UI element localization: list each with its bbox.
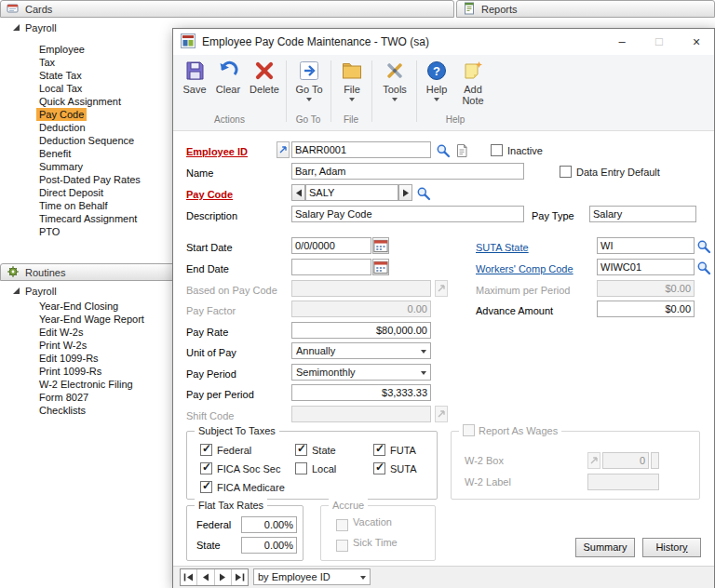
report-as-wages-legend: Report As Wages: [459, 424, 561, 437]
sidebar-item-time-on-behalf[interactable]: Time on Behalf: [39, 199, 108, 212]
local-tax-checkbox[interactable]: [295, 462, 307, 474]
minimize-button[interactable]: –: [606, 29, 638, 55]
inactive-checkbox[interactable]: [491, 144, 503, 156]
tree-expander-icon[interactable]: [13, 24, 20, 31]
sidebar-item-w2-electronic-filing[interactable]: W-2 Electronic Filing: [39, 378, 133, 391]
employee-id-lookup-button[interactable]: [435, 142, 451, 158]
history-button[interactable]: History: [642, 538, 701, 557]
tree-expander-icon[interactable]: [13, 287, 20, 294]
reports-panel-header[interactable]: Reports: [456, 0, 715, 18]
pay-code-label: Pay Code: [186, 186, 233, 203]
summary-button[interactable]: Summary: [575, 538, 635, 557]
end-date-calendar-button[interactable]: [372, 259, 389, 275]
based-on-pay-code-label: Based on Pay Code: [186, 282, 277, 299]
file-button[interactable]: File: [335, 60, 369, 101]
reports-icon: [463, 2, 476, 17]
sidebar-item-direct-deposit[interactable]: Direct Deposit: [39, 186, 103, 199]
unit-of-pay-dropdown[interactable]: Annually: [291, 342, 431, 359]
pay-code-browse-prev-button[interactable]: [291, 184, 305, 201]
start-date-calendar-button[interactable]: [372, 237, 389, 254]
advance-amount-label: Advance Amount: [476, 302, 553, 319]
sidebar-item-employee[interactable]: Employee: [39, 43, 85, 56]
pay-code-lookup-button[interactable]: [415, 185, 431, 201]
sidebar-item-year-end-closing[interactable]: Year-End Closing: [39, 300, 118, 313]
pay-type-value: Salary: [589, 206, 696, 222]
federal-tax-checkbox[interactable]: [200, 444, 212, 456]
tools-button[interactable]: Tools: [376, 60, 413, 101]
employee-id-field[interactable]: [291, 141, 431, 158]
data-entry-default-checkbox[interactable]: [560, 166, 572, 178]
pay-code-field[interactable]: [305, 184, 398, 201]
workers-comp-lookup-button[interactable]: [695, 260, 711, 275]
record-browser: [180, 568, 249, 586]
sidebar-item-print-w2s[interactable]: Print W-2s: [39, 339, 87, 352]
svg-text:?: ?: [433, 64, 440, 78]
sidebar-item-edit-1099rs[interactable]: Edit 1099-Rs: [39, 352, 99, 365]
first-record-button[interactable]: [181, 569, 197, 585]
expand-arrow-icon: [437, 284, 446, 293]
sidebar-item-pto[interactable]: PTO: [39, 225, 60, 238]
sidebar-item-quick-assignment[interactable]: Quick Assignment: [39, 95, 121, 108]
pay-period-dropdown[interactable]: Semimonthly: [291, 364, 431, 381]
fica-medicare-checkbox[interactable]: [200, 481, 212, 493]
advance-amount-field[interactable]: [597, 301, 695, 317]
ribbon-group-actions: Actions: [173, 114, 286, 127]
cards-tree-root-payroll[interactable]: Payroll: [25, 21, 57, 34]
suta-checkbox[interactable]: [373, 462, 385, 474]
sidebar-item-post-dated-pay-rates[interactable]: Post-Dated Pay Rates: [39, 173, 141, 186]
sidebar-item-local-tax[interactable]: Local Tax: [39, 82, 82, 95]
fica-soc-sec-checkbox[interactable]: [200, 462, 212, 474]
suta-state-lookup-button[interactable]: [695, 238, 711, 254]
sidebar-item-print-1099rs[interactable]: Print 1099-Rs: [39, 365, 101, 378]
routines-tree-root-payroll[interactable]: Payroll: [25, 285, 57, 298]
delete-button[interactable]: Delete: [246, 60, 283, 95]
record-browser-bar: by Employee ID: [173, 566, 714, 588]
flat-tax-rates-title: Flat Tax Rates: [195, 499, 267, 512]
last-record-button[interactable]: [232, 569, 248, 585]
save-button[interactable]: Save: [179, 60, 210, 95]
fica-soc-sec-label: FICA Soc Sec: [217, 462, 280, 475]
lookup-icon: [696, 261, 711, 275]
clear-button[interactable]: Clear: [212, 60, 244, 95]
help-button[interactable]: ? Help: [421, 60, 452, 101]
workers-comp-code-link[interactable]: Workers' Comp Code: [476, 261, 573, 277]
ribbon-toolbar: Save Clear Delete Go To File: [173, 55, 714, 131]
previous-record-button[interactable]: [197, 569, 214, 585]
flat-federal-field[interactable]: [241, 516, 297, 533]
sidebar-item-deduction[interactable]: Deduction: [39, 121, 86, 134]
employee-notes-button[interactable]: [453, 142, 469, 158]
suta-state-link[interactable]: SUTA State: [476, 239, 529, 256]
sidebar-item-summary[interactable]: Summary: [39, 160, 83, 173]
workers-comp-code-field[interactable]: [597, 259, 695, 275]
employee-id-expansion-button[interactable]: [277, 141, 290, 158]
sidebar-item-benefit[interactable]: Benefit: [39, 147, 71, 160]
sidebar-item-timecard-assignment[interactable]: Timecard Assignment: [39, 212, 137, 225]
pay-rate-field[interactable]: [291, 322, 431, 339]
sort-by-dropdown[interactable]: by Employee ID: [253, 568, 371, 585]
start-date-field[interactable]: [291, 237, 371, 254]
sidebar-item-form-8027[interactable]: Form 8027: [39, 391, 88, 404]
lookup-icon: [436, 143, 451, 158]
goto-button[interactable]: Go To: [290, 60, 328, 101]
description-field[interactable]: [291, 206, 524, 222]
sidebar-item-tax[interactable]: Tax: [39, 56, 55, 69]
calendar-icon: [373, 238, 388, 253]
name-field[interactable]: [291, 163, 524, 180]
sidebar-item-checklists[interactable]: Checklists: [39, 404, 86, 417]
cards-panel-header[interactable]: Cards: [0, 0, 454, 18]
next-record-button[interactable]: [215, 569, 232, 585]
sidebar-item-state-tax[interactable]: State Tax: [39, 69, 82, 82]
sidebar-item-year-end-wage-report[interactable]: Year-End Wage Report: [39, 313, 144, 326]
flat-state-field[interactable]: [241, 537, 297, 554]
sidebar-item-edit-w2s[interactable]: Edit W-2s: [39, 326, 83, 339]
add-note-button[interactable]: Add Note: [454, 60, 492, 106]
state-tax-checkbox[interactable]: [295, 444, 307, 456]
close-button[interactable]: ×: [681, 29, 712, 55]
futa-checkbox[interactable]: [373, 444, 385, 456]
suta-state-field[interactable]: [597, 237, 695, 254]
end-date-field[interactable]: [291, 259, 371, 275]
sidebar-item-deduction-sequence[interactable]: Deduction Sequence: [39, 134, 134, 147]
sidebar-item-pay-code[interactable]: Pay Code: [36, 108, 87, 121]
pay-code-browse-next-button[interactable]: [398, 184, 412, 201]
w2-box-field: 0: [602, 452, 649, 469]
